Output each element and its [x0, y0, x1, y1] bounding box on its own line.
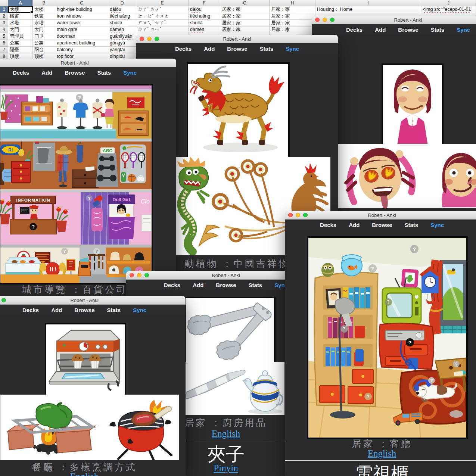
- sheet-cell[interactable]: Housing： Home: [315, 6, 421, 13]
- menu-decks[interactable]: Decks: [320, 222, 336, 228]
- minimize-button[interactable]: [147, 37, 152, 41]
- menu-stats[interactable]: Stats: [431, 27, 445, 33]
- zoom-button[interactable]: [303, 213, 308, 217]
- sheet-cell[interactable]: ㄉㄚˋ ㄇㄣˊ: [136, 27, 189, 33]
- sheet-cell[interactable]: dàmén: [108, 27, 136, 33]
- row-header-5[interactable]: 5: [0, 33, 8, 40]
- menu-browse[interactable]: Browse: [227, 46, 247, 52]
- sheet-cell[interactable]: 居家：家: [270, 6, 315, 13]
- column-header-C[interactable]: C: [55, 0, 108, 6]
- sheet-cell[interactable]: ㄉㄚˋ ㄌㄡˊ: [136, 6, 189, 13]
- menu-decks[interactable]: Decks: [346, 27, 363, 33]
- menu-add[interactable]: Add: [204, 46, 215, 52]
- sheet-cell[interactable]: 居家：家: [220, 27, 270, 33]
- window-titlebar[interactable]: Robert - Anki: [136, 35, 338, 43]
- sheet-cell[interactable]: shuǐtǎ: [108, 20, 136, 27]
- row-header-3[interactable]: 3: [0, 20, 8, 27]
- menu-decks[interactable]: Decks: [175, 46, 192, 52]
- sheet-cell[interactable]: 居家：家: [220, 20, 270, 27]
- menu-decks[interactable]: Decks: [13, 69, 29, 76]
- sheet-cell[interactable]: balcony: [55, 47, 108, 53]
- sheet-cell[interactable]: 陽臺: [8, 47, 33, 53]
- window-titlebar[interactable]: Robert - Anki: [312, 16, 476, 24]
- select-all-corner[interactable]: [0, 0, 8, 6]
- row-header-6[interactable]: 6: [0, 40, 8, 47]
- menu-sync[interactable]: Sync: [133, 307, 146, 313]
- sheet-cell[interactable]: <img src="ecepd-01-01: [421, 6, 476, 13]
- sheet-cell[interactable]: 公寓: [33, 40, 55, 47]
- zoom-button[interactable]: [330, 18, 335, 22]
- column-header-F[interactable]: F: [189, 0, 220, 6]
- sheet-cell[interactable]: 居家：家: [220, 6, 270, 13]
- close-button[interactable]: [140, 37, 144, 41]
- column-header-A[interactable]: A: [8, 0, 33, 6]
- menu-add[interactable]: Add: [349, 222, 360, 228]
- sheet-cell[interactable]: 鐵窗: [8, 13, 33, 20]
- sheet-cell[interactable]: dàmén: [189, 27, 220, 33]
- english-link[interactable]: English: [0, 472, 186, 476]
- close-button[interactable]: [288, 213, 293, 217]
- menu-sync[interactable]: Sync: [123, 69, 137, 76]
- zoom-button[interactable]: [155, 37, 159, 41]
- menu-sync[interactable]: Sync: [430, 222, 444, 228]
- menu-stats[interactable]: Stats: [107, 307, 121, 313]
- zoom-button[interactable]: [144, 273, 149, 277]
- menu-stats[interactable]: Stats: [405, 222, 419, 228]
- menu-sync[interactable]: Sync: [457, 27, 470, 33]
- menu-add[interactable]: Add: [193, 282, 203, 288]
- sheet-cell[interactable]: water tower: [55, 20, 108, 27]
- column-header-D[interactable]: D: [108, 0, 136, 6]
- menu-stats[interactable]: Stats: [260, 46, 274, 52]
- row-header-4[interactable]: 4: [0, 27, 8, 33]
- sheet-cell[interactable]: 大楼: [33, 6, 55, 13]
- sheet-cell[interactable]: 大門: [8, 27, 33, 33]
- sheet-cell[interactable]: high-rise building: [55, 6, 108, 13]
- menu-decks[interactable]: Decks: [164, 282, 180, 288]
- sheet-cell[interactable]: 公寓: [8, 40, 33, 47]
- minimize-button[interactable]: [323, 18, 327, 22]
- menu-browse[interactable]: Browse: [65, 69, 85, 76]
- sheet-cell[interactable]: apartment building: [55, 40, 108, 47]
- close-button[interactable]: [130, 273, 134, 277]
- anki-window-livingroom[interactable]: Robert - Anki DecksAddBrowseStatsSync: [285, 211, 476, 476]
- menu-add[interactable]: Add: [41, 69, 52, 76]
- column-header-H[interactable]: H: [270, 0, 315, 6]
- menu-sync[interactable]: Sync: [286, 46, 299, 52]
- sheet-cell[interactable]: dàlóu: [108, 6, 136, 13]
- sheet-cell[interactable]: guǎnlǐyuán: [108, 33, 136, 40]
- sheet-cell[interactable]: 管理員: [8, 33, 33, 40]
- menu-browse[interactable]: Browse: [216, 282, 236, 288]
- sheet-cell[interactable]: ㄕㄨㄟˇ ㄊㄚˇ: [136, 20, 189, 27]
- sheet-cell[interactable]: dàlóu: [189, 6, 220, 13]
- sheet-cell[interactable]: main gate: [55, 27, 108, 33]
- column-header-J[interactable]: J: [421, 0, 476, 6]
- sheet-cell[interactable]: gōngyù: [108, 40, 136, 47]
- sheet-cell[interactable]: 水塔: [33, 20, 55, 27]
- window-titlebar[interactable]: Robert - Anki: [0, 59, 176, 67]
- column-header-E[interactable]: E: [136, 0, 189, 6]
- sheet-cell[interactable]: 铁窗: [33, 13, 55, 20]
- row-header-7[interactable]: 7: [0, 47, 8, 53]
- sheet-cell[interactable]: 门卫: [33, 33, 55, 40]
- column-header-B[interactable]: B: [33, 0, 55, 6]
- sheet-cell[interactable]: 大樓: [8, 6, 33, 13]
- menu-browse[interactable]: Browse: [372, 222, 392, 228]
- anki-window-cooking[interactable]: Robert - Anki DecksAddBrowseStatsSync: [0, 296, 186, 476]
- sheet-cell[interactable]: iron window: [55, 13, 108, 20]
- sheet-cell[interactable]: 居家：家: [270, 27, 315, 33]
- sheet-cell[interactable]: 阳台: [33, 47, 55, 53]
- sheet-cell[interactable]: 居家：家: [270, 13, 315, 20]
- column-header-G[interactable]: G: [220, 0, 270, 6]
- menu-decks[interactable]: Decks: [22, 307, 39, 313]
- menu-browse[interactable]: Browse: [74, 307, 94, 313]
- sheet-cell[interactable]: ㄊㄧㄝˇ ㄔㄨㄤ: [136, 13, 189, 20]
- minimize-button[interactable]: [296, 213, 300, 217]
- sheet-cell[interactable]: tiěchuāng: [189, 13, 220, 20]
- row-header-2[interactable]: 2: [0, 13, 8, 20]
- sheet-cell[interactable]: 大门: [33, 27, 55, 33]
- close-button[interactable]: [315, 18, 320, 22]
- window-titlebar[interactable]: Robert - Anki: [285, 211, 476, 220]
- menu-add[interactable]: Add: [51, 307, 62, 313]
- menu-stats[interactable]: Stats: [249, 282, 262, 288]
- menu-add[interactable]: Add: [375, 27, 386, 33]
